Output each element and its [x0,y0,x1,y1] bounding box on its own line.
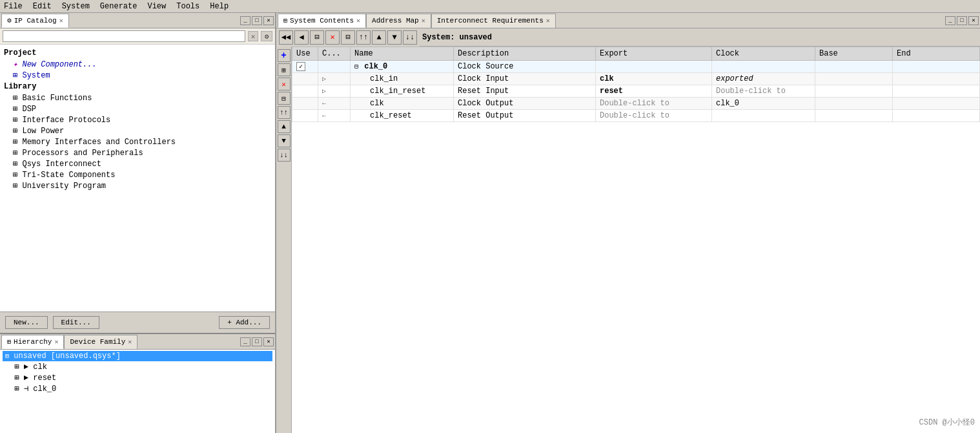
clkin-base [815,73,893,85]
search-settings-btn[interactable]: ⚙ [261,31,272,41]
clkin-clock: exported [712,73,815,85]
menu-help[interactable]: Help [209,2,230,11]
hier-item-reset[interactable]: ⊞ ► reset [3,372,272,383]
side-connect-btn[interactable]: ⊞ [278,63,291,76]
clkinreset-description: Reset Input [454,85,596,98]
tab-device-family[interactable]: Device Family ✕ [64,335,138,349]
toolbar-back-back[interactable]: ◀◀ [279,30,293,45]
clkin-description: Clock Input [454,73,596,85]
tab-ip-catalog[interactable]: ⚙ IP Catalog ✕ [1,14,69,28]
clk0-name: ⊟ clk_0 [351,61,454,73]
clk-connector: ← [318,98,351,110]
clkin-end [893,73,980,85]
table-row-clk0[interactable]: ✓ ⊟ clk_0 Clock Source [292,61,980,73]
col-connector: C... [318,47,351,61]
toolbar-remove[interactable]: ✕ [325,30,340,45]
col-end: End [893,47,980,61]
clkinreset-base [815,85,893,98]
tree-item-memory-interfaces[interactable]: ⊞ Memory Interfaces and Controllers [0,136,275,147]
side-delete-btn[interactable]: ✕ [278,78,291,90]
toolbar-down-down[interactable]: ↓↓ [403,30,417,45]
side-up-up-btn[interactable]: ↑↑ [278,106,291,119]
tree-item-basic-functions[interactable]: ⊞ Basic Functions [0,92,275,103]
toolbar-back[interactable]: ◀ [294,30,309,45]
left-close-btn[interactable]: ✕ [263,16,274,25]
tree-item-university[interactable]: ⊞ University Program [0,180,275,191]
clk-use [292,98,318,110]
menu-system[interactable]: System [61,2,91,11]
right-minimize-btn[interactable]: _ [945,16,955,25]
table-row-clk-in-reset[interactable]: ▷ clk_in_reset Reset Input reset Double-… [292,85,980,98]
tab-hierarchy[interactable]: ⊞ Hierarchy ✕ [1,335,64,349]
left-minimize-btn[interactable]: _ [240,16,250,25]
new-button[interactable]: New... [5,316,48,329]
menu-file[interactable]: File [3,2,24,11]
clk-clock: clk_0 [712,98,815,110]
bottom-close-btn[interactable]: ✕ [263,337,274,346]
menu-tools[interactable]: Tools [175,2,201,11]
bottom-minimize-btn[interactable]: _ [240,337,250,346]
main-layout: ⚙ IP Catalog ✕ _ □ ✕ ✕ ⚙ Project [0,13,980,433]
tree-item-tri-state[interactable]: ⊞ Tri-State Components [0,169,275,180]
hier-item-clk0[interactable]: ⊞ ⊣ clk_0 [3,383,272,394]
side-lock-btn[interactable]: ⊟ [278,92,291,105]
toolbar-up-up[interactable]: ↑↑ [356,30,371,45]
interconnect-req-close[interactable]: ✕ [546,17,550,25]
menu-view[interactable]: View [146,2,167,11]
device-family-close[interactable]: ✕ [128,338,132,346]
address-map-close[interactable]: ✕ [422,17,425,25]
edit-button[interactable]: Edit... [53,316,99,329]
clk-base [815,98,893,110]
side-down-down-btn[interactable]: ↓↓ [278,149,291,162]
tab-interconnect-req[interactable]: Interconnect Requirements ✕ [431,14,556,28]
side-down-btn[interactable]: ▼ [278,134,291,147]
tree-item-low-power[interactable]: ⊞ Low Power [0,125,275,136]
side-up-btn[interactable]: ▲ [278,120,291,133]
menu-generate[interactable]: Generate [99,2,139,11]
right-maximize-btn[interactable]: □ [957,16,967,25]
tree-item-processors[interactable]: ⊞ Processors and Peripherals [0,147,275,158]
left-panel: ⚙ IP Catalog ✕ _ □ ✕ ✕ ⚙ Project [0,13,276,433]
search-input[interactable] [3,30,245,42]
ip-catalog-close[interactable]: ✕ [59,17,63,25]
hierarchy-close[interactable]: ✕ [54,338,58,346]
clkin-connector: ▷ [318,73,351,85]
ip-catalog-icon: ⚙ [7,16,12,25]
hier-item-clk[interactable]: ⊞ ► clk [3,361,272,372]
tree-item-system[interactable]: ⊞ System [0,70,275,81]
system-contents-close[interactable]: ✕ [356,17,360,25]
right-close-btn[interactable]: ✕ [968,16,979,25]
hier-item-unsaved[interactable]: ⊞ unsaved [unsaved.qsys*] [3,351,272,361]
tree-item-qsys-interconnect[interactable]: ⊞ Qsys Interconnect [0,158,275,169]
clk0-checkbox[interactable]: ✓ [296,62,305,71]
interconnect-req-label: Interconnect Requirements [437,17,544,25]
clkreset-clock [712,110,815,122]
tab-address-map[interactable]: Address Map ✕ [366,14,431,28]
table-row-clk-in[interactable]: ▷ clk_in Clock Input clk exported [292,73,980,85]
tree-item-dsp[interactable]: ⊞ DSP [0,103,275,114]
toolbar-collapse[interactable]: ⊟ [310,30,324,45]
col-export: Export [596,47,712,61]
toolbar-down[interactable]: ▼ [387,30,402,45]
clkreset-base [815,110,893,122]
tree-item-interface-protocols[interactable]: ⊞ Interface Protocols [0,114,275,125]
clkreset-name: clk_reset [351,110,454,122]
search-clear-btn[interactable]: ✕ [248,31,258,41]
table-row-clk[interactable]: ← clk Clock Output Double-click to clk_0 [292,98,980,110]
clk0-expand[interactable]: ⊟ [354,63,358,70]
clk0-use[interactable]: ✓ [292,61,318,73]
col-base: Base [815,47,893,61]
bottom-maximize-btn[interactable]: □ [252,337,262,346]
toolbar-up[interactable]: ▲ [372,30,386,45]
toolbar-filter[interactable]: ⊟ [341,30,355,45]
clk0-end [893,61,980,73]
add-button[interactable]: + Add... [219,316,270,329]
left-maximize-btn[interactable]: □ [252,16,262,25]
clkreset-port-icon: ← [322,112,326,120]
clkreset-end [893,110,980,122]
side-add-btn[interactable]: + [278,49,291,62]
table-row-clk-reset[interactable]: ← clk_reset Reset Output Double-click to [292,110,980,122]
tab-system-contents[interactable]: ⊞ System Contents ✕ [278,14,366,28]
menu-edit[interactable]: Edit [32,2,53,11]
tree-item-new-component[interactable]: ✦ New Component... [0,59,275,70]
